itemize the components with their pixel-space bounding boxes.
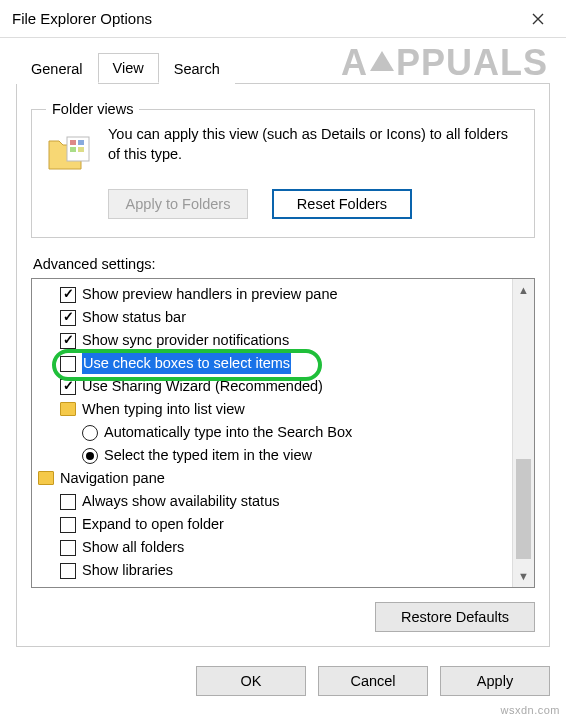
apply-to-folders-button: Apply to Folders [108, 189, 248, 219]
adv-item-2[interactable]: Show sync provider notifications [38, 329, 512, 352]
adv-item-1[interactable]: Show status bar [38, 306, 512, 329]
reset-folders-button[interactable]: Reset Folders [272, 189, 412, 219]
checkbox[interactable] [60, 540, 76, 556]
title-bar: File Explorer Options [0, 0, 566, 38]
scroll-up-icon[interactable]: ▲ [513, 279, 534, 301]
adv-item-label: Show libraries [82, 560, 173, 581]
dialog-buttons: OK Cancel Apply [0, 666, 566, 696]
scroll-thumb[interactable] [516, 459, 531, 559]
tab-panel-view: Folder views You can apply this view (su… [16, 83, 550, 647]
advanced-settings-label: Advanced settings: [33, 256, 535, 272]
scrollbar[interactable]: ▲ ▼ [512, 279, 534, 587]
checkbox[interactable] [60, 333, 76, 349]
folder-icon [38, 471, 54, 485]
checkbox[interactable] [60, 287, 76, 303]
checkbox[interactable] [60, 310, 76, 326]
adv-item-label: Use Sharing Wizard (Recommended) [82, 376, 323, 397]
tab-search[interactable]: Search [159, 54, 235, 84]
tab-view[interactable]: View [98, 53, 159, 83]
adv-item-label: Show sync provider notifications [82, 330, 289, 351]
svg-rect-4 [78, 147, 84, 152]
close-icon [532, 13, 544, 25]
restore-defaults-button[interactable]: Restore Defaults [375, 602, 535, 632]
folder-icon [60, 402, 76, 416]
adv-item-5: When typing into list view [38, 398, 512, 421]
apply-button[interactable]: Apply [440, 666, 550, 696]
checkbox[interactable] [60, 356, 76, 372]
adv-item-11[interactable]: Show all folders [38, 536, 512, 559]
folder-icon [46, 129, 94, 177]
cancel-button[interactable]: Cancel [318, 666, 428, 696]
adv-item-label: Select the typed item in the view [104, 445, 312, 466]
close-button[interactable] [518, 4, 558, 34]
adv-item-6[interactable]: Automatically type into the Search Box [38, 421, 512, 444]
adv-item-0[interactable]: Show preview handlers in preview pane [38, 283, 512, 306]
svg-rect-2 [78, 140, 84, 145]
adv-item-3[interactable]: Use check boxes to select items [38, 352, 512, 375]
adv-item-label: Show preview handlers in preview pane [82, 284, 338, 305]
tab-strip: General View Search [16, 53, 550, 84]
radio[interactable] [82, 448, 98, 464]
folder-views-group: Folder views You can apply this view (su… [31, 101, 535, 238]
adv-item-label: Navigation pane [60, 468, 165, 489]
adv-item-9[interactable]: Always show availability status [38, 490, 512, 513]
checkbox[interactable] [60, 563, 76, 579]
radio[interactable] [82, 425, 98, 441]
adv-item-7[interactable]: Select the typed item in the view [38, 444, 512, 467]
folder-views-text: You can apply this view (such as Details… [108, 125, 520, 164]
adv-item-label: Show all folders [82, 537, 184, 558]
checkbox[interactable] [60, 379, 76, 395]
svg-rect-3 [70, 147, 76, 152]
tab-general[interactable]: General [16, 54, 98, 84]
window-title: File Explorer Options [12, 10, 518, 27]
ok-button[interactable]: OK [196, 666, 306, 696]
adv-item-8: Navigation pane [38, 467, 512, 490]
adv-item-label: Show status bar [82, 307, 186, 328]
adv-item-label: Expand to open folder [82, 514, 224, 535]
adv-item-label: Use check boxes to select items [82, 353, 291, 374]
source-watermark: wsxdn.com [500, 704, 560, 716]
svg-rect-1 [70, 140, 76, 145]
checkbox[interactable] [60, 494, 76, 510]
adv-item-12[interactable]: Show libraries [38, 559, 512, 582]
adv-item-4[interactable]: Use Sharing Wizard (Recommended) [38, 375, 512, 398]
folder-views-legend: Folder views [46, 101, 139, 117]
adv-item-label: Always show availability status [82, 491, 279, 512]
adv-item-label: Automatically type into the Search Box [104, 422, 352, 443]
adv-item-label: When typing into list view [82, 399, 245, 420]
checkbox[interactable] [60, 517, 76, 533]
scroll-down-icon[interactable]: ▼ [513, 565, 534, 587]
advanced-settings-list[interactable]: Show preview handlers in preview paneSho… [31, 278, 535, 588]
adv-item-10[interactable]: Expand to open folder [38, 513, 512, 536]
